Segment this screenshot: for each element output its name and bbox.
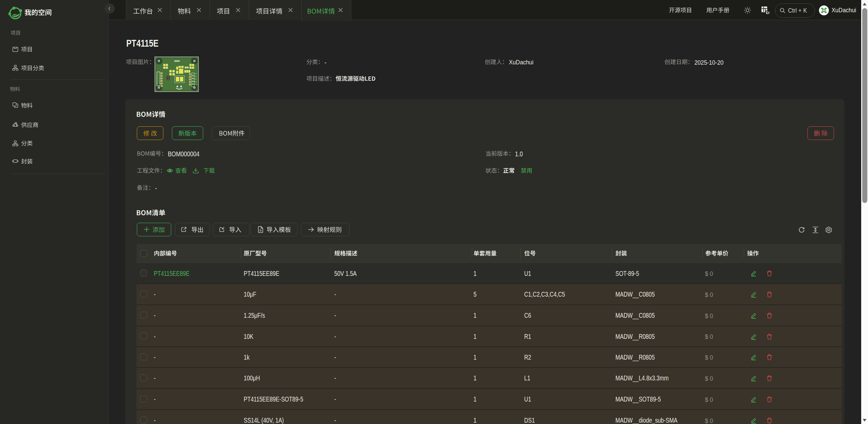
- svg-text:En: En: [766, 11, 770, 15]
